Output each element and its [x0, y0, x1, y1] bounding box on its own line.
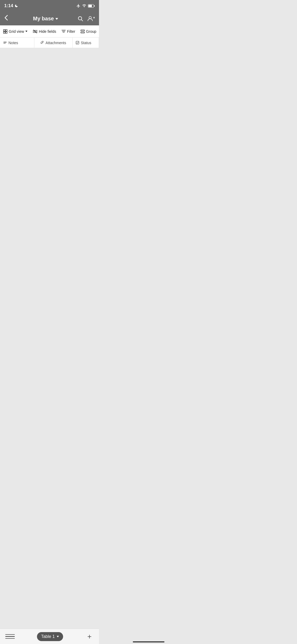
group-icon — [81, 30, 85, 33]
svg-rect-2 — [94, 5, 95, 7]
grid-view-chevron — [25, 31, 27, 32]
search-icon — [77, 16, 83, 21]
airplane-icon — [76, 4, 81, 8]
svg-rect-8 — [3, 30, 5, 31]
back-button[interactable] — [4, 15, 14, 22]
search-button[interactable] — [77, 16, 83, 21]
filter-label: Filter — [67, 29, 75, 34]
filter-button[interactable]: Filter — [59, 29, 78, 34]
group-label: Group — [86, 29, 96, 34]
toolbar: Grid view Hide fields Filter Group — [0, 25, 99, 38]
notes-column-header[interactable]: Notes — [0, 38, 34, 48]
svg-rect-19 — [81, 30, 84, 31]
grid-view-label: Grid view — [9, 29, 24, 34]
hide-fields-icon — [33, 30, 37, 33]
checkbox-icon — [76, 41, 79, 44]
battery-icon — [88, 4, 95, 8]
notes-icon — [3, 41, 7, 45]
column-headers: Notes Attachments Status — [0, 38, 99, 48]
base-title[interactable]: My base — [33, 16, 58, 22]
time-label: 1:14 — [4, 3, 13, 8]
nav-actions — [77, 16, 95, 21]
hide-fields-label: Hide fields — [39, 29, 56, 34]
attachments-icon — [41, 41, 44, 45]
grid-icon — [3, 29, 7, 34]
status-time: 1:14 — [4, 3, 18, 8]
nav-bar: My base — [0, 12, 99, 25]
filter-icon — [62, 30, 66, 33]
title-chevron-icon — [55, 18, 58, 20]
add-user-icon — [87, 16, 95, 21]
main-content: This table is empty Tap to add a new rec… — [0, 48, 99, 215]
grid-view-button[interactable]: Grid view — [3, 29, 30, 34]
svg-line-4 — [81, 20, 83, 21]
status-column-header[interactable]: Status — [73, 38, 99, 48]
svg-point-5 — [89, 16, 91, 19]
hide-fields-button[interactable]: Hide fields — [30, 29, 59, 34]
svg-rect-9 — [6, 30, 7, 31]
status-icons — [76, 4, 95, 8]
svg-rect-10 — [3, 32, 5, 33]
svg-rect-27 — [76, 41, 79, 44]
add-collaborator-button[interactable] — [87, 16, 95, 21]
attachments-label: Attachments — [46, 41, 66, 45]
group-button[interactable]: Group — [78, 29, 99, 34]
svg-rect-1 — [88, 5, 92, 7]
wifi-icon — [82, 4, 86, 8]
attachments-column-header[interactable]: Attachments — [34, 38, 73, 48]
moon-icon — [15, 4, 18, 8]
svg-rect-20 — [81, 32, 84, 33]
status-bar: 1:14 — [0, 0, 99, 12]
notes-label: Notes — [8, 41, 18, 45]
status-label: Status — [81, 41, 91, 45]
svg-rect-11 — [6, 32, 7, 33]
base-title-text: My base — [33, 16, 54, 22]
